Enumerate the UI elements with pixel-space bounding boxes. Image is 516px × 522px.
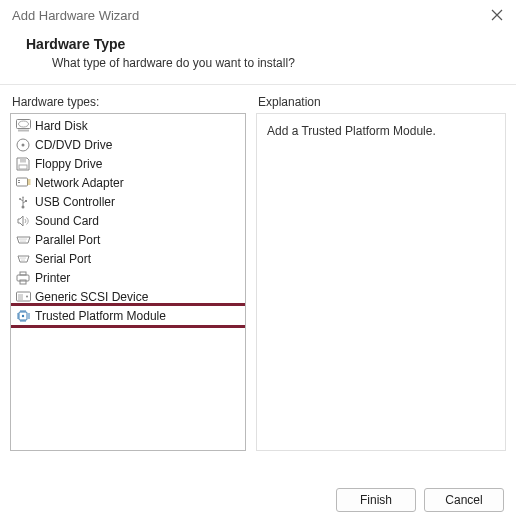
floppy-icon [15, 156, 31, 172]
list-item-label: Hard Disk [35, 119, 243, 133]
titlebar: Add Hardware Wizard [0, 0, 516, 30]
explanation-text: Add a Trusted Platform Module. [267, 124, 436, 138]
cancel-button[interactable]: Cancel [424, 488, 504, 512]
list-item-hard-disk[interactable]: Hard Disk [11, 116, 245, 135]
list-item-cd-dvd[interactable]: CD/DVD Drive [11, 135, 245, 154]
svg-point-1 [18, 121, 28, 127]
list-item-scsi-device[interactable]: Generic SCSI Device [11, 287, 245, 306]
list-item-serial-port[interactable]: Serial Port [11, 249, 245, 268]
list-item-label: USB Controller [35, 195, 243, 209]
selection-highlight: Trusted Platform Module [10, 303, 246, 328]
list-item-label: Floppy Drive [35, 157, 243, 171]
list-item-label: Printer [35, 271, 243, 285]
svg-point-22 [24, 257, 25, 258]
finish-button[interactable]: Finish [336, 488, 416, 512]
list-item-usb-controller[interactable]: USB Controller [11, 192, 245, 211]
svg-point-18 [22, 240, 23, 241]
list-item-tpm[interactable]: Trusted Platform Module [11, 306, 245, 325]
wizard-footer: Finish Cancel [336, 488, 504, 512]
svg-rect-6 [19, 165, 27, 169]
list-item-parallel-port[interactable]: Parallel Port [11, 230, 245, 249]
svg-point-20 [20, 257, 21, 258]
svg-point-11 [19, 198, 21, 200]
hard-disk-icon [15, 118, 31, 134]
svg-rect-9 [18, 182, 20, 183]
cd-dvd-icon [15, 137, 31, 153]
svg-point-16 [25, 238, 26, 239]
svg-point-14 [21, 238, 22, 239]
list-item-label: Generic SCSI Device [35, 290, 243, 304]
list-item-label: Trusted Platform Module [35, 309, 243, 323]
svg-point-24 [23, 259, 24, 260]
window-title: Add Hardware Wizard [12, 8, 139, 23]
list-item-label: CD/DVD Drive [35, 138, 243, 152]
hardware-types-listbox[interactable]: Hard Disk CD/DVD Drive Floppy Drive Netw… [10, 113, 246, 451]
svg-rect-12 [25, 200, 27, 202]
list-item-label: Network Adapter [35, 176, 243, 190]
svg-point-19 [24, 240, 25, 241]
page-title: Hardware Type [26, 36, 516, 52]
list-item-network-adapter[interactable]: Network Adapter [11, 173, 245, 192]
list-item-label: Sound Card [35, 214, 243, 228]
hardware-types-label: Hardware types: [12, 95, 246, 109]
list-item-label: Serial Port [35, 252, 243, 266]
serial-port-icon [15, 251, 31, 267]
list-item-floppy[interactable]: Floppy Drive [11, 154, 245, 173]
svg-rect-2 [18, 130, 29, 132]
explanation-panel: Add a Trusted Platform Module. [256, 113, 506, 451]
svg-point-29 [26, 296, 28, 298]
close-icon[interactable] [488, 6, 506, 24]
svg-point-23 [21, 259, 22, 260]
usb-controller-icon [15, 194, 31, 210]
list-item-sound-card[interactable]: Sound Card [11, 211, 245, 230]
list-item-printer[interactable]: Printer [11, 268, 245, 287]
svg-point-17 [20, 240, 21, 241]
svg-point-13 [19, 238, 20, 239]
svg-rect-5 [20, 158, 26, 162]
parallel-port-icon [15, 232, 31, 248]
svg-rect-8 [18, 180, 20, 181]
sound-card-icon [15, 213, 31, 229]
svg-point-4 [22, 143, 25, 146]
tpm-icon [15, 308, 31, 324]
network-adapter-icon [15, 175, 31, 191]
scsi-device-icon [15, 289, 31, 305]
svg-point-21 [22, 257, 23, 258]
svg-point-15 [23, 238, 24, 239]
page-subtitle: What type of hardware do you want to ins… [52, 56, 516, 70]
svg-point-31 [21, 314, 23, 316]
list-item-label: Parallel Port [35, 233, 243, 247]
wizard-header: Hardware Type What type of hardware do y… [0, 30, 516, 85]
printer-icon [15, 270, 31, 286]
explanation-label: Explanation [258, 95, 506, 109]
